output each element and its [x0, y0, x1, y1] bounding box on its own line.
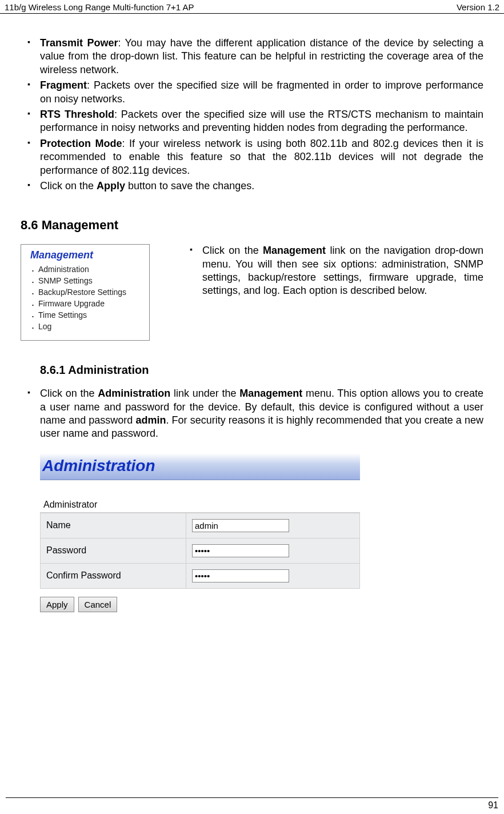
bullet-rts-threshold: RTS Threshold: Packets over the specifie… — [40, 108, 483, 135]
page-header: 11b/g Wireless Long Range Multi-function… — [0, 0, 504, 14]
admin-bullet-list: Click on the Administration link under t… — [21, 387, 483, 441]
management-nav-box: Management Administration SNMP Settings … — [21, 244, 150, 341]
header-left: 11b/g Wireless Long Range Multi-function… — [5, 2, 194, 12]
button-row: Apply Cancel — [40, 589, 360, 612]
apply-prefix: Click on the — [40, 180, 97, 191]
top-bullet-list: Transmit Power: You may have the differe… — [21, 37, 483, 193]
admin-p-bold1: Administration — [98, 388, 170, 399]
bullet-mgmt-desc: Click on the Management link on the navi… — [202, 244, 483, 298]
mgmt-prefix: Click on the — [202, 245, 263, 256]
label-name: Name — [41, 513, 186, 538]
nav-item-log[interactable]: Log — [27, 321, 143, 332]
page-number: 91 — [488, 800, 498, 810]
cell-password-input — [186, 538, 360, 563]
admin-p-bold3: admin — [135, 414, 166, 426]
header-right: Version 1.2 — [457, 2, 499, 12]
page-footer: 91 — [6, 797, 498, 811]
bullet-admin-desc: Click on the Administration link under t… — [40, 387, 483, 441]
label-protection: Protection Mode — [40, 138, 122, 149]
nav-item-administration[interactable]: Administration — [27, 264, 143, 275]
admin-body: Administrator Name Password Confirm Pass… — [40, 480, 360, 612]
nav-item-backup-restore[interactable]: Backup/Restore Settings — [27, 286, 143, 298]
label-password: Password — [41, 538, 186, 563]
admin-p-mid1: link under the — [170, 388, 239, 399]
admin-p-bold2: Management — [239, 388, 302, 399]
name-input[interactable] — [192, 519, 289, 532]
management-description: Click on the Management link on the navi… — [190, 244, 483, 300]
label-confirm-password: Confirm Password — [41, 563, 186, 588]
management-row: Management Administration SNMP Settings … — [21, 244, 483, 341]
admin-table: Name Password Confirm Password — [40, 513, 360, 589]
heading-8-6: 8.6 Management — [21, 218, 483, 233]
bullet-apply: Click on the Apply button to save the ch… — [40, 179, 483, 193]
administration-panel: Administration Administrator Name Passwo… — [40, 453, 360, 612]
label-transmit-power: Transmit Power — [40, 37, 118, 49]
admin-section-label: Administrator — [40, 497, 360, 513]
nav-title: Management — [27, 249, 143, 261]
mgmt-bold: Management — [263, 245, 326, 256]
confirm-password-input[interactable] — [192, 569, 289, 582]
text-fragment: : Packets over the specified size will b… — [40, 79, 483, 104]
page-content: Transmit Power: You may have the differe… — [0, 14, 504, 612]
admin-banner: Administration — [40, 453, 360, 480]
nav-item-firmware-upgrade[interactable]: Firmware Upgrade — [27, 298, 143, 309]
heading-8-6-1: 8.6.1 Administration — [40, 364, 483, 377]
row-name: Name — [41, 513, 360, 538]
apply-bold: Apply — [97, 180, 125, 191]
row-password: Password — [41, 538, 360, 563]
cell-confirm-input — [186, 563, 360, 588]
admin-banner-title: Administration — [42, 457, 358, 475]
bullet-transmit-power: Transmit Power: You may have the differe… — [40, 37, 483, 77]
bullet-fragment: Fragment: Packets over the specified siz… — [40, 79, 483, 106]
label-rts: RTS Threshold — [40, 109, 114, 120]
row-confirm-password: Confirm Password — [41, 563, 360, 588]
nav-item-time-settings[interactable]: Time Settings — [27, 309, 143, 321]
bullet-protection-mode: Protection Mode: If your wireless networ… — [40, 137, 483, 177]
password-input[interactable] — [192, 544, 289, 557]
label-fragment: Fragment — [40, 79, 87, 91]
admin-p-prefix: Click on the — [40, 388, 98, 399]
apply-suffix: button to save the changes. — [125, 180, 254, 191]
cell-name-input — [186, 513, 360, 538]
nav-item-snmp-settings[interactable]: SNMP Settings — [27, 275, 143, 286]
apply-button[interactable]: Apply — [40, 597, 74, 612]
cancel-button[interactable]: Cancel — [78, 597, 118, 612]
